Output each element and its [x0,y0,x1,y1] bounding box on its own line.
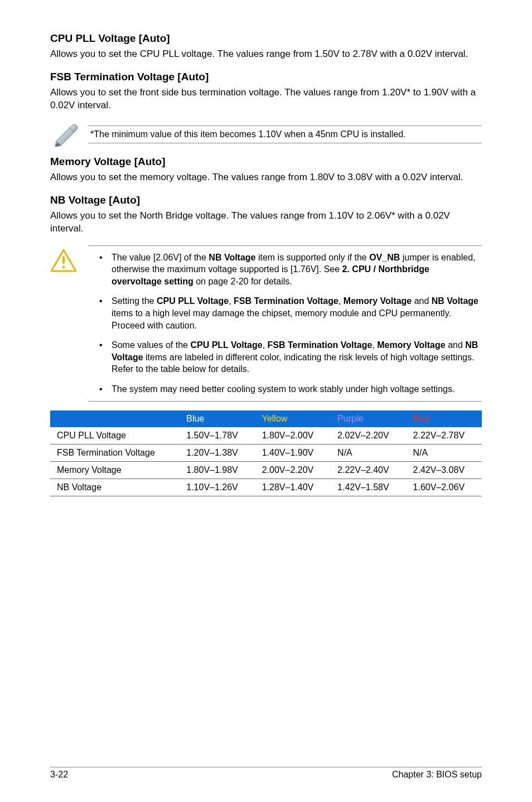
table-row: Memory Voltage 1.80V–1.98V 2.00V–2.20V 2… [50,461,482,479]
table-header-yellow: Yellow [255,410,331,427]
warning-callout: The value [2.06V] of the NB Voltage item… [50,245,482,402]
table-row: FSB Termination Voltage 1.20V–1.38V 1.40… [50,444,482,461]
heading-memory: Memory Voltage [Auto] [50,156,482,168]
warning-item: Some values of the CPU PLL Voltage, FSB … [99,339,478,375]
table-cell: 2.02V–2.20V [331,427,406,445]
heading-cpu-pll: CPU PLL Voltage [Auto] [50,32,482,45]
table-cell: 1.28V–1.40V [255,479,331,496]
table-cell: 1.80V–1.98V [180,461,255,479]
table-cell: 1.40V–1.90V [255,444,331,461]
chapter-label: Chapter 3: BIOS setup [392,770,482,780]
page-number: 3-22 [50,770,68,780]
table-cell: 1.80V–2.00V [255,427,331,445]
body-memory: Allows you to set the memory voltage. Th… [50,171,482,184]
table-header-red: Red [407,410,482,427]
table-cell-label: Memory Voltage [50,461,180,479]
table-cell-label: FSB Termination Voltage [50,444,180,461]
caution-icon [50,245,83,402]
table-cell: 2.00V–2.20V [255,461,331,479]
table-row: CPU PLL Voltage 1.50V–1.78V 1.80V–2.00V … [50,427,482,445]
warning-item: The system may need better cooling syste… [99,383,478,395]
table-cell: N/A [407,444,482,461]
warning-item: Setting the CPU PLL Voltage, FSB Termina… [99,295,478,331]
table-cell: 1.42V–1.58V [331,479,406,496]
page-footer: 3-22 Chapter 3: BIOS setup [50,767,482,780]
table-cell: 2.22V–2.40V [331,461,406,479]
heading-nb: NB Voltage [Auto] [50,194,482,206]
table-cell: N/A [331,444,406,461]
svg-rect-0 [62,256,65,264]
table-cell: 2.22V–2.78V [407,427,482,445]
table-header-blank [50,410,180,427]
voltage-color-table: Blue Yellow Purple Red CPU PLL Voltage 1… [50,410,482,496]
table-header-purple: Purple [331,410,406,427]
table-cell: 2.42V–3.08V [407,461,482,479]
body-cpu-pll: Allows you to set the CPU PLL voltage. T… [50,48,482,61]
table-header-blue: Blue [180,410,255,427]
heading-fsb: FSB Termination Voltage [Auto] [50,71,482,83]
body-fsb: Allows you to set the front side bus ter… [50,86,482,112]
table-cell: 1.10V–1.26V [180,479,255,496]
table-cell: 1.20V–1.38V [180,444,255,461]
svg-point-1 [62,265,65,268]
table-cell-label: CPU PLL Voltage [50,427,180,445]
body-nb: Allows you to set the North Bridge volta… [50,210,482,235]
note-text: *The minimum value of this item becomes … [90,129,480,139]
table-row: NB Voltage 1.10V–1.26V 1.28V–1.40V 1.42V… [50,479,482,496]
table-cell-label: NB Voltage [50,479,180,496]
warning-item: The value [2.06V] of the NB Voltage item… [99,252,478,288]
pencil-icon [50,122,83,147]
table-cell: 1.50V–1.78V [180,427,255,445]
table-cell: 1.60V–2.06V [407,479,482,496]
note-callout: *The minimum value of this item becomes … [50,122,482,147]
